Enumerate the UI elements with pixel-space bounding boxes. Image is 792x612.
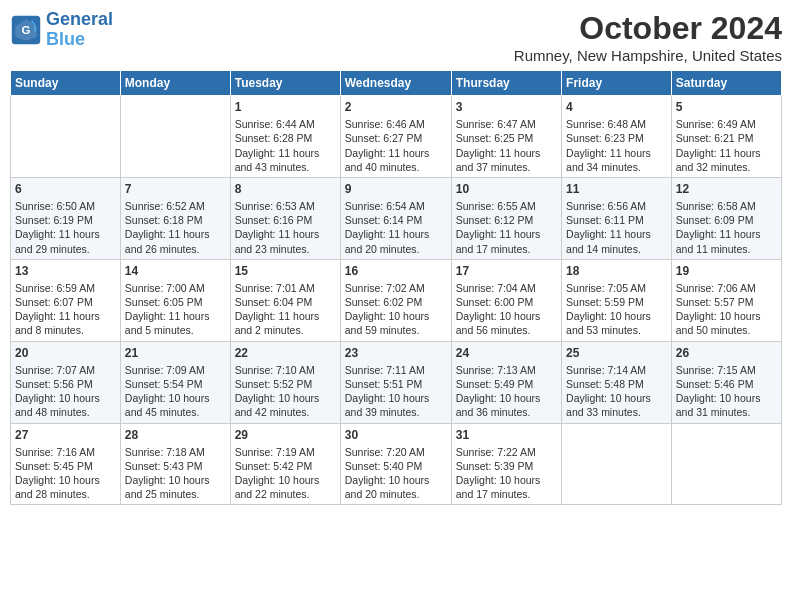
sunset-text: Sunset: 5:48 PM <box>566 377 667 391</box>
daylight-text: Daylight: 10 hours and 59 minutes. <box>345 309 447 337</box>
sunset-text: Sunset: 6:18 PM <box>125 213 226 227</box>
calendar-cell: 18Sunrise: 7:05 AMSunset: 5:59 PMDayligh… <box>562 259 672 341</box>
sunset-text: Sunset: 5:39 PM <box>456 459 557 473</box>
svg-text:G: G <box>22 23 31 35</box>
calendar-cell: 12Sunrise: 6:58 AMSunset: 6:09 PMDayligh… <box>671 177 781 259</box>
day-number: 30 <box>345 427 447 443</box>
sunrise-text: Sunrise: 6:52 AM <box>125 199 226 213</box>
page-header: G GeneralBlue October 2024 Rumney, New H… <box>10 10 782 64</box>
daylight-text: Daylight: 10 hours and 31 minutes. <box>676 391 777 419</box>
day-number: 21 <box>125 345 226 361</box>
calendar-cell <box>562 423 672 505</box>
sunrise-text: Sunrise: 6:50 AM <box>15 199 116 213</box>
calendar-cell <box>11 96 121 178</box>
day-number: 1 <box>235 99 336 115</box>
sunset-text: Sunset: 6:25 PM <box>456 131 557 145</box>
sunset-text: Sunset: 6:21 PM <box>676 131 777 145</box>
day-number: 9 <box>345 181 447 197</box>
daylight-text: Daylight: 11 hours and 17 minutes. <box>456 227 557 255</box>
daylight-text: Daylight: 11 hours and 11 minutes. <box>676 227 777 255</box>
daylight-text: Daylight: 10 hours and 22 minutes. <box>235 473 336 501</box>
weekday-header-monday: Monday <box>120 71 230 96</box>
sunrise-text: Sunrise: 6:56 AM <box>566 199 667 213</box>
daylight-text: Daylight: 11 hours and 20 minutes. <box>345 227 447 255</box>
logo-icon: G <box>10 14 42 46</box>
daylight-text: Daylight: 10 hours and 50 minutes. <box>676 309 777 337</box>
sunset-text: Sunset: 5:42 PM <box>235 459 336 473</box>
sunrise-text: Sunrise: 7:14 AM <box>566 363 667 377</box>
sunrise-text: Sunrise: 6:58 AM <box>676 199 777 213</box>
sunrise-text: Sunrise: 6:53 AM <box>235 199 336 213</box>
sunrise-text: Sunrise: 7:15 AM <box>676 363 777 377</box>
daylight-text: Daylight: 11 hours and 26 minutes. <box>125 227 226 255</box>
sunset-text: Sunset: 6:12 PM <box>456 213 557 227</box>
calendar-cell: 4Sunrise: 6:48 AMSunset: 6:23 PMDaylight… <box>562 96 672 178</box>
daylight-text: Daylight: 11 hours and 43 minutes. <box>235 146 336 174</box>
day-number: 10 <box>456 181 557 197</box>
daylight-text: Daylight: 11 hours and 40 minutes. <box>345 146 447 174</box>
day-number: 22 <box>235 345 336 361</box>
sunset-text: Sunset: 6:00 PM <box>456 295 557 309</box>
day-number: 18 <box>566 263 667 279</box>
calendar-cell: 9Sunrise: 6:54 AMSunset: 6:14 PMDaylight… <box>340 177 451 259</box>
sunrise-text: Sunrise: 7:18 AM <box>125 445 226 459</box>
sunset-text: Sunset: 5:49 PM <box>456 377 557 391</box>
sunrise-text: Sunrise: 7:01 AM <box>235 281 336 295</box>
weekday-header-row: SundayMondayTuesdayWednesdayThursdayFrid… <box>11 71 782 96</box>
sunset-text: Sunset: 6:07 PM <box>15 295 116 309</box>
logo-text: GeneralBlue <box>46 10 113 50</box>
sunset-text: Sunset: 6:16 PM <box>235 213 336 227</box>
calendar-cell: 8Sunrise: 6:53 AMSunset: 6:16 PMDaylight… <box>230 177 340 259</box>
calendar-cell: 25Sunrise: 7:14 AMSunset: 5:48 PMDayligh… <box>562 341 672 423</box>
sunset-text: Sunset: 6:27 PM <box>345 131 447 145</box>
day-number: 6 <box>15 181 116 197</box>
sunrise-text: Sunrise: 7:07 AM <box>15 363 116 377</box>
month-title: October 2024 <box>514 10 782 47</box>
day-number: 7 <box>125 181 226 197</box>
daylight-text: Daylight: 11 hours and 34 minutes. <box>566 146 667 174</box>
sunset-text: Sunset: 5:46 PM <box>676 377 777 391</box>
day-number: 31 <box>456 427 557 443</box>
daylight-text: Daylight: 11 hours and 2 minutes. <box>235 309 336 337</box>
calendar-cell: 27Sunrise: 7:16 AMSunset: 5:45 PMDayligh… <box>11 423 121 505</box>
calendar-cell: 28Sunrise: 7:18 AMSunset: 5:43 PMDayligh… <box>120 423 230 505</box>
day-number: 27 <box>15 427 116 443</box>
sunrise-text: Sunrise: 7:22 AM <box>456 445 557 459</box>
calendar-cell: 10Sunrise: 6:55 AMSunset: 6:12 PMDayligh… <box>451 177 561 259</box>
sunset-text: Sunset: 5:56 PM <box>15 377 116 391</box>
sunrise-text: Sunrise: 7:20 AM <box>345 445 447 459</box>
calendar-cell: 15Sunrise: 7:01 AMSunset: 6:04 PMDayligh… <box>230 259 340 341</box>
sunset-text: Sunset: 5:40 PM <box>345 459 447 473</box>
sunrise-text: Sunrise: 7:16 AM <box>15 445 116 459</box>
day-number: 12 <box>676 181 777 197</box>
sunrise-text: Sunrise: 6:48 AM <box>566 117 667 131</box>
sunrise-text: Sunrise: 7:10 AM <box>235 363 336 377</box>
sunset-text: Sunset: 6:11 PM <box>566 213 667 227</box>
calendar-cell: 3Sunrise: 6:47 AMSunset: 6:25 PMDaylight… <box>451 96 561 178</box>
day-number: 23 <box>345 345 447 361</box>
day-number: 15 <box>235 263 336 279</box>
calendar-cell: 11Sunrise: 6:56 AMSunset: 6:11 PMDayligh… <box>562 177 672 259</box>
daylight-text: Daylight: 11 hours and 14 minutes. <box>566 227 667 255</box>
sunrise-text: Sunrise: 7:09 AM <box>125 363 226 377</box>
sunset-text: Sunset: 5:51 PM <box>345 377 447 391</box>
day-number: 25 <box>566 345 667 361</box>
sunset-text: Sunset: 5:43 PM <box>125 459 226 473</box>
day-number: 4 <box>566 99 667 115</box>
daylight-text: Daylight: 11 hours and 5 minutes. <box>125 309 226 337</box>
weekday-header-sunday: Sunday <box>11 71 121 96</box>
day-number: 19 <box>676 263 777 279</box>
sunset-text: Sunset: 5:54 PM <box>125 377 226 391</box>
logo: G GeneralBlue <box>10 10 113 50</box>
sunset-text: Sunset: 5:45 PM <box>15 459 116 473</box>
day-number: 5 <box>676 99 777 115</box>
calendar-cell: 19Sunrise: 7:06 AMSunset: 5:57 PMDayligh… <box>671 259 781 341</box>
daylight-text: Daylight: 10 hours and 45 minutes. <box>125 391 226 419</box>
sunset-text: Sunset: 6:28 PM <box>235 131 336 145</box>
sunrise-text: Sunrise: 6:46 AM <box>345 117 447 131</box>
calendar-cell: 14Sunrise: 7:00 AMSunset: 6:05 PMDayligh… <box>120 259 230 341</box>
calendar-cell: 23Sunrise: 7:11 AMSunset: 5:51 PMDayligh… <box>340 341 451 423</box>
daylight-text: Daylight: 11 hours and 23 minutes. <box>235 227 336 255</box>
sunset-text: Sunset: 5:52 PM <box>235 377 336 391</box>
daylight-text: Daylight: 10 hours and 48 minutes. <box>15 391 116 419</box>
